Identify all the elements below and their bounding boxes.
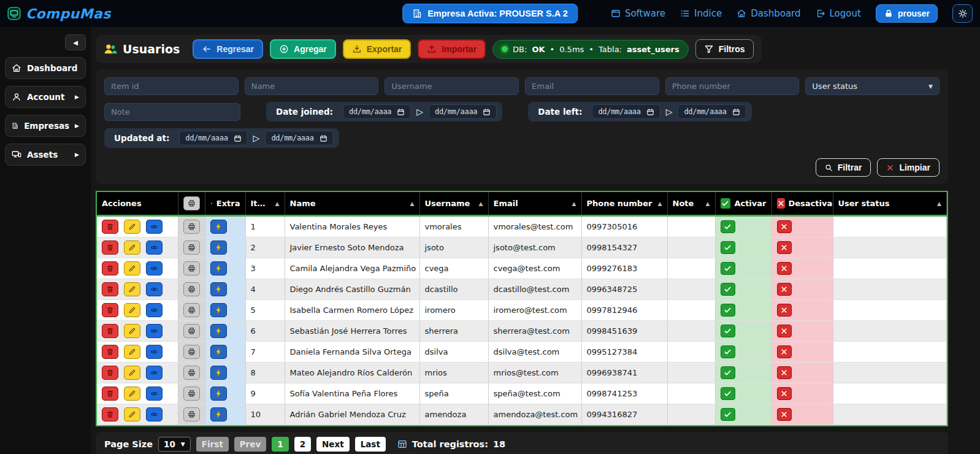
extra-action-button[interactable] [210,366,227,380]
extra-action-button[interactable] [210,220,227,234]
view-button[interactable] [146,282,163,296]
deactivate-button[interactable] [777,262,792,275]
filters-toggle-button[interactable]: Filtros [695,39,754,59]
edit-button[interactable] [124,303,140,317]
page-1-button[interactable]: 1 [272,437,288,452]
extra-action-button[interactable] [210,303,227,317]
edit-button[interactable] [124,282,140,296]
print-row-button[interactable] [183,366,200,380]
filter-clear-button[interactable]: Limpiar [877,158,940,177]
delete-button[interactable] [102,303,118,317]
sidebar-item-account[interactable]: Account ▶ [5,86,86,108]
activate-button[interactable] [721,387,735,400]
activate-button[interactable] [721,325,735,337]
delete-button[interactable] [102,282,118,296]
delete-button[interactable] [102,366,118,380]
print-row-button[interactable] [183,303,200,317]
extra-action-button[interactable] [210,407,227,421]
edit-button[interactable] [124,345,140,359]
filter-apply-button[interactable]: Filtrar [816,158,871,177]
view-button[interactable] [146,303,163,317]
date-joined-from-input[interactable]: dd/mm/aaaa [343,104,411,119]
header-note[interactable]: Note▲ [667,192,715,216]
activate-button[interactable] [721,408,735,421]
active-company-button[interactable]: Empresa Activa: PROUSER S.A 2 [402,4,578,23]
next-page-button[interactable]: Next [316,437,350,452]
user-button[interactable]: prouser [876,4,938,23]
view-button[interactable] [146,240,163,255]
edit-button[interactable] [124,387,140,401]
delete-button[interactable] [102,407,118,421]
header-user-status[interactable]: User status▲ [833,192,947,216]
view-button[interactable] [146,261,163,275]
header-phone[interactable]: Phone number▲ [581,192,667,216]
back-button[interactable]: Regresar [193,39,263,59]
date-joined-to-input[interactable]: dd/mm/aaaa [429,104,497,119]
edit-button[interactable] [124,366,140,380]
first-page-button[interactable]: First [196,437,229,452]
delete-button[interactable] [102,387,118,401]
activate-button[interactable] [721,241,735,254]
deactivate-button[interactable] [777,220,792,233]
deactivate-button[interactable] [777,304,792,317]
print-row-button[interactable] [183,345,200,359]
sidebar-item-dashboard[interactable]: Dashboard [5,57,86,79]
sidebar-item-empresas[interactable]: Empresas ▶ [5,115,86,137]
print-row-button[interactable] [183,282,200,296]
page-2-button[interactable]: 2 [294,437,311,452]
deactivate-button[interactable] [777,408,792,421]
deactivate-button[interactable] [777,325,792,337]
deactivate-button[interactable] [777,345,792,358]
edit-button[interactable] [124,240,140,255]
delete-button[interactable] [102,240,118,255]
deactivate-button[interactable] [777,283,792,296]
extra-action-button[interactable] [210,324,227,338]
header-extra[interactable]: Extra [205,192,245,216]
print-all-button[interactable] [183,196,200,210]
activate-button[interactable] [721,345,735,358]
updated-at-from-input[interactable]: dd/mm/aaaa [179,131,247,145]
email-filter-input[interactable] [525,77,659,95]
header-print-all[interactable] [178,192,205,216]
extra-action-button[interactable] [210,345,227,359]
print-row-button[interactable] [183,324,200,338]
activate-button[interactable] [721,304,735,317]
note-filter-input[interactable] [104,103,240,121]
activate-button[interactable] [721,262,735,275]
name-filter-input[interactable] [245,77,379,95]
theme-toggle-button[interactable] [952,4,973,23]
header-name[interactable]: Name▲ [285,192,419,216]
nav-link-indice[interactable]: Indice [680,8,722,19]
header-email[interactable]: Email▲ [488,192,581,216]
extra-action-button[interactable] [210,261,227,275]
nav-link-software[interactable]: Software [611,8,665,19]
print-row-button[interactable] [183,240,200,255]
activate-button[interactable] [721,366,735,379]
brand[interactable]: CompuMas [7,6,111,21]
view-button[interactable] [146,387,163,401]
view-button[interactable] [146,366,163,380]
edit-button[interactable] [124,407,140,421]
deactivate-button[interactable] [777,366,792,379]
export-button[interactable]: Exportar [343,39,412,59]
prev-page-button[interactable]: Prev [234,437,267,452]
print-row-button[interactable] [183,407,200,421]
print-row-button[interactable] [183,220,200,234]
print-row-button[interactable] [183,387,200,401]
page-size-select[interactable]: 10 ▼ [158,437,191,452]
delete-button[interactable] [102,220,118,234]
view-button[interactable] [146,407,163,421]
view-button[interactable] [146,345,163,359]
updated-at-to-input[interactable]: dd/mm/aaaa [265,131,333,145]
extra-action-button[interactable] [210,282,227,296]
delete-button[interactable] [102,324,118,338]
extra-action-button[interactable] [210,240,227,255]
user-status-select[interactable]: User status ▼ [805,77,940,95]
phone-filter-input[interactable] [665,77,800,95]
last-page-button[interactable]: Last [355,437,386,452]
date-left-to-input[interactable]: dd/mm/aaaa [678,104,746,119]
edit-button[interactable] [124,220,140,234]
nav-link-logout[interactable]: Logout [816,8,861,19]
header-item-id[interactable]: It…▲ [245,192,285,216]
date-left-from-input[interactable]: dd/mm/aaaa [592,104,660,119]
